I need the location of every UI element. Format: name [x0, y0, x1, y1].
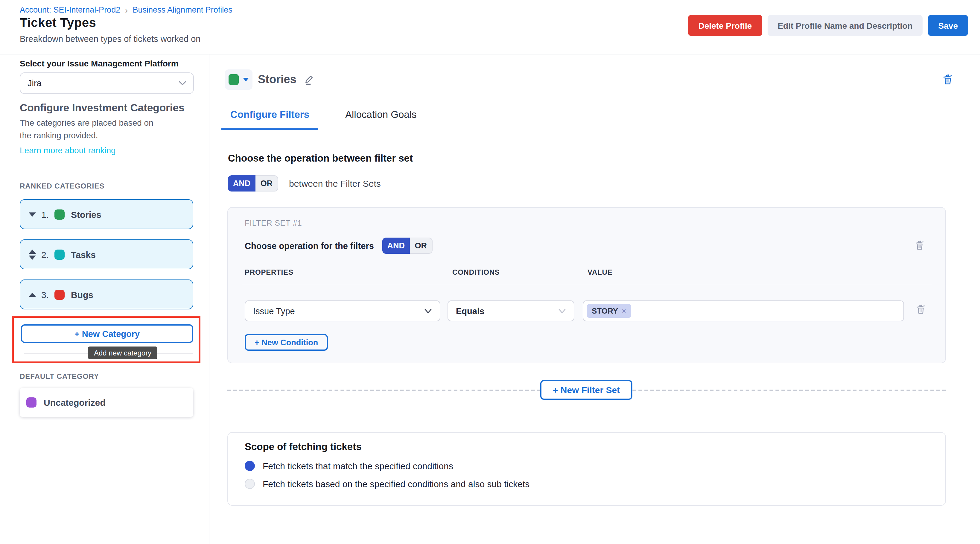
platform-select-value: Jira — [27, 78, 41, 88]
condition-select[interactable]: Equals — [447, 301, 574, 321]
value-input[interactable]: STORY × — [583, 301, 904, 321]
chevron-down-icon — [424, 308, 432, 313]
scope-option-label: Fetch tickets that match the specified c… — [262, 461, 453, 471]
category-name: Uncategorized — [44, 398, 106, 407]
delete-filter-set-button[interactable] — [913, 239, 926, 251]
move-up-down-icon[interactable] — [29, 249, 36, 259]
platform-select-label: Select your Issue Management Platform — [20, 59, 178, 68]
breadcrumb-separator-icon: › — [125, 6, 128, 14]
property-select[interactable]: Issue Type — [245, 301, 440, 321]
category-color-picker[interactable] — [225, 69, 253, 90]
category-card-tasks[interactable]: 2. Tasks — [20, 239, 193, 269]
filters-operation-row: Choose operation for the filters AND OR — [245, 238, 433, 254]
new-condition-button[interactable]: + New Condition — [245, 334, 328, 351]
property-select-value: Issue Type — [253, 306, 295, 316]
new-filter-set-button[interactable]: + New Filter Set — [540, 380, 632, 400]
scope-option-label: Fetch tickets based on the specified con… — [262, 479, 530, 489]
filter-set-operation-row: AND OR between the Filter Sets — [228, 175, 381, 191]
category-color-swatch — [54, 209, 64, 220]
operation-suffix-text: between the Filter Sets — [289, 178, 381, 189]
category-name: Tasks — [71, 249, 96, 259]
category-rank: 1. — [41, 209, 49, 220]
edit-category-name-button[interactable] — [304, 74, 315, 85]
column-header-properties: PROPERTIES — [245, 268, 293, 277]
category-title-row: Stories — [258, 69, 315, 90]
move-up-icon[interactable] — [29, 292, 36, 296]
sidebar: Select your Issue Management Platform Ji… — [0, 54, 209, 544]
delete-condition-button[interactable] — [915, 303, 927, 315]
column-header-conditions: CONDITIONS — [452, 268, 500, 277]
delete-profile-button[interactable]: Delete Profile — [688, 15, 762, 36]
category-name: Bugs — [71, 289, 93, 299]
page: Account: SEI-Internal-Prod2 › Business A… — [0, 0, 980, 544]
filter-set-title: FILTER SET #1 — [245, 218, 302, 227]
page-title: Ticket Types — [20, 16, 96, 30]
breadcrumb-account-link[interactable]: Account: SEI-Internal-Prod2 — [20, 5, 120, 14]
trash-icon — [913, 239, 926, 251]
filters-operation-label: Choose operation for the filters — [245, 241, 374, 250]
chevron-down-icon — [179, 81, 186, 86]
platform-select[interactable]: Jira — [20, 72, 194, 94]
scope-option-include-sub-tickets[interactable]: Fetch tickets based on the specified con… — [245, 479, 530, 489]
category-title: Stories — [258, 73, 296, 86]
radio-unselected-icon[interactable] — [245, 479, 255, 489]
category-card-bugs[interactable]: 3. Bugs — [20, 280, 193, 309]
or-toggle-option[interactable]: OR — [256, 175, 278, 191]
configure-categories-title: Configure Investment Categories — [20, 102, 184, 114]
filter-set-card: FILTER SET #1 Choose operation for the f… — [228, 207, 946, 363]
new-category-button[interactable]: + New Category — [21, 324, 193, 343]
default-category-label: DEFAULT CATEGORY — [20, 372, 99, 381]
and-or-toggle: AND OR — [228, 175, 278, 191]
category-card-uncategorized[interactable]: Uncategorized — [20, 388, 193, 417]
scope-card: Scope of fetching tickets Fetch tickets … — [228, 432, 946, 506]
save-button[interactable]: Save — [928, 15, 968, 36]
category-color-swatch — [54, 249, 64, 259]
category-name: Stories — [71, 209, 102, 220]
tab-allocation-goals[interactable]: Allocation Goals — [336, 100, 425, 129]
radio-selected-icon[interactable] — [245, 461, 255, 471]
filter-set-operation-heading: Choose the operation between filter set — [228, 153, 413, 164]
condition-select-value: Equals — [456, 306, 484, 316]
category-color-swatch — [54, 289, 64, 299]
header-actions: Delete Profile Edit Profile Name and Des… — [688, 15, 968, 36]
learn-more-ranking-link[interactable]: Learn more about ranking — [20, 145, 116, 155]
delete-category-button[interactable] — [941, 72, 954, 86]
and-toggle-option[interactable]: AND — [382, 238, 410, 254]
category-card-stories[interactable]: 1. Stories — [20, 199, 193, 229]
breadcrumb-profiles-link[interactable]: Business Alignment Profiles — [133, 5, 232, 14]
configure-categories-description: The categories are placed based on the r… — [20, 117, 163, 142]
value-chip-story: STORY × — [587, 304, 631, 318]
chevron-down-icon — [558, 308, 566, 313]
trash-icon — [915, 303, 927, 315]
and-toggle-option[interactable]: AND — [228, 175, 256, 191]
scope-heading: Scope of fetching tickets — [245, 441, 362, 452]
scope-option-match-conditions[interactable]: Fetch tickets that match the specified c… — [245, 461, 453, 471]
chip-remove-icon[interactable]: × — [622, 307, 626, 315]
category-rank: 2. — [41, 249, 49, 259]
and-or-toggle: AND OR — [382, 238, 433, 254]
trash-icon — [941, 72, 954, 86]
category-color-swatch — [26, 398, 37, 407]
add-new-category-tooltip: Add new category — [88, 347, 158, 359]
ranked-categories-label: RANKED CATEGORIES — [20, 182, 104, 190]
pencil-icon — [304, 74, 315, 85]
edit-profile-button[interactable]: Edit Profile Name and Description — [767, 15, 923, 36]
main-panel: Stories Configure Filters Allocation Goa… — [210, 54, 980, 544]
or-toggle-option[interactable]: OR — [410, 238, 433, 254]
breadcrumb: Account: SEI-Internal-Prod2 › Business A… — [20, 5, 232, 14]
tab-bar: Configure Filters Allocation Goals — [221, 100, 960, 129]
move-down-icon[interactable] — [29, 212, 36, 216]
category-rank: 3. — [41, 289, 49, 299]
tab-configure-filters[interactable]: Configure Filters — [221, 100, 318, 129]
selected-color-swatch — [229, 74, 239, 85]
page-header: Account: SEI-Internal-Prod2 › Business A… — [0, 0, 980, 54]
page-subtitle: Breakdown between types of tickets worke… — [20, 34, 201, 44]
chip-label: STORY — [592, 306, 618, 315]
column-header-value: VALUE — [587, 268, 612, 277]
column-header-divider — [242, 284, 932, 284]
caret-down-icon — [243, 78, 249, 81]
